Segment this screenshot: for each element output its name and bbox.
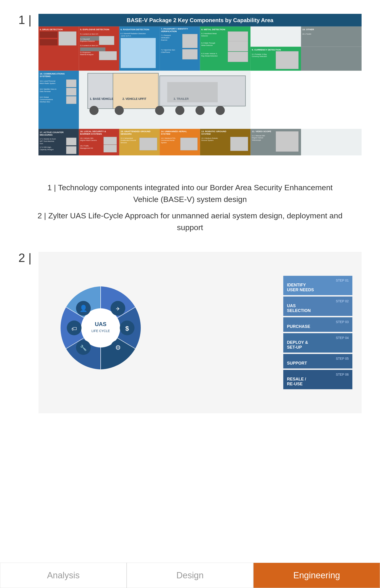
svg-text:15.1 Networked: 15.1 Networked: [120, 137, 133, 139]
step-4-label: DEPLOY &SET-UP: [287, 340, 349, 350]
step-4-num: STEP 04: [287, 336, 349, 340]
svg-text:🔧: 🔧: [80, 344, 87, 351]
step-5-num: STEP 05: [287, 357, 349, 360]
svg-rect-114: [180, 138, 198, 150]
svg-rect-45: [250, 26, 301, 47]
svg-text:18.1 Local Personal: 18.1 Local Personal: [40, 80, 55, 82]
svg-text:LIFE CYCLE: LIFE CYCLE: [92, 329, 110, 333]
tab-design[interactable]: Design: [127, 563, 253, 588]
svg-text:Data Terminal: Data Terminal: [40, 90, 50, 92]
svg-rect-126: [276, 131, 299, 152]
svg-text:19. OTHER: 19. OTHER: [302, 28, 314, 31]
svg-rect-68: [167, 82, 218, 102]
svg-text:6.1 Standoff Radiation Detecti: 6.1 Standoff Radiation Detection: [120, 33, 146, 35]
svg-text:Mesh Radio System: Mesh Radio System: [40, 82, 56, 84]
svg-rect-4: [40, 32, 57, 38]
svg-text:Metal Detector: Metal Detector: [201, 44, 213, 46]
uas-step-4: STEP 04 DEPLOY &SET-UP: [283, 333, 352, 353]
uas-step-5: STEP 05 SUPPORT: [283, 354, 352, 368]
svg-text:16.1 Vehicle 360-: 16.1 Vehicle 360-: [80, 137, 94, 139]
svg-text:15. UNATTENDED GROUND: 15. UNATTENDED GROUND: [120, 130, 150, 133]
caption-1: 1 | Technology components integrated int…: [37, 182, 343, 205]
svg-rect-127: [301, 129, 361, 155]
svg-text:16.2 Traffic: 16.2 Traffic: [80, 145, 89, 147]
svg-rect-81: [66, 96, 76, 104]
svg-text:7.1 Passport: 7.1 Passport: [161, 34, 171, 36]
svg-rect-54: [301, 47, 361, 71]
svg-rect-91: [66, 146, 76, 154]
svg-rect-107: [139, 138, 157, 150]
svg-text:5. EXPLOSIVE DETECTION: 5. EXPLOSIVE DETECTION: [80, 28, 109, 31]
svg-text:Explosive Detector: Explosive Detector: [80, 40, 95, 42]
svg-text:2 BioPhone: 2 BioPhone: [161, 51, 170, 53]
uas-diagram: UAS LIFE CYCLE 👤 ✈ $: [38, 252, 361, 413]
svg-text:UAS: UAS: [95, 321, 107, 327]
step-5-label: SUPPORT: [287, 361, 349, 366]
svg-rect-50: [276, 51, 299, 69]
step-2-label: UASSELECTION: [287, 303, 349, 313]
tab-design-label: Design: [176, 570, 204, 580]
tab-engineering[interactable]: Engineering: [253, 563, 380, 588]
svg-text:Verification: Verification: [161, 37, 170, 39]
step-1-label: IDENTIFYUSER NEEDS: [287, 283, 349, 292]
svg-text:17.1 Heckler & Koch: 17.1 Heckler & Koch: [40, 138, 56, 140]
caption-2: 2 | Zylter UAS Life-Cycle Approach for u…: [37, 210, 343, 233]
svg-rect-38: [228, 32, 248, 42]
uas-diagram-container: UAS LIFE CYCLE 👤 ✈ $: [38, 252, 361, 413]
uas-step-1: STEP 01 IDENTIFYUSER NEEDS: [283, 276, 352, 295]
svg-rect-88: [66, 138, 76, 145]
svg-text:SYSTEM: SYSTEM: [161, 133, 171, 135]
step-2-num: STEP 02: [287, 299, 349, 303]
svg-rect-120: [230, 137, 248, 151]
section-2: 2 |: [19, 252, 361, 413]
basev-diagram-svg: BASE-V Package 2 Key Components by Capab…: [38, 14, 361, 155]
svg-text:18.3 Global: 18.3 Global: [40, 96, 49, 98]
svg-rect-57: [113, 73, 158, 109]
uas-step-6: STEP 06 RESALE /RE-USE: [283, 370, 352, 389]
tab-engineering-label: Engineering: [293, 570, 340, 580]
svg-text:🏷: 🏷: [71, 326, 77, 332]
svg-text:BASE-V Package 2 Key Component: BASE-V Package 2 Key Components by Capab…: [127, 17, 273, 23]
tab-analysis-label: Analysis: [47, 570, 80, 580]
svg-rect-23: [120, 38, 156, 68]
svg-text:6. RADIATION DETECTION: 6. RADIATION DETECTION: [120, 28, 149, 31]
uas-circle-area: UAS LIFE CYCLE 👤 ✈ $: [48, 275, 158, 390]
svg-rect-5: [40, 39, 57, 45]
svg-text:MEASURES: MEASURES: [40, 133, 53, 136]
basev-diagram-container: BASE-V Package 2 Key Components by Capab…: [38, 14, 361, 156]
svg-text:Currency Detection: Currency Detection: [252, 55, 267, 57]
svg-text:Scanner: Scanner: [161, 39, 168, 41]
svg-text:Degree Swivel: Degree Swivel: [252, 137, 263, 139]
page-container: 1 | BASE-V Package 2 Key Components by C…: [0, 0, 380, 588]
step-6-label: RESALE /RE-USE: [287, 377, 349, 386]
svg-text:System: System: [161, 142, 167, 144]
svg-text:Unmanned Aerial: Unmanned Aerial: [161, 139, 174, 141]
svg-text:8.2 Walk-Through: 8.2 Walk-Through: [201, 42, 215, 44]
svg-text:13.1 Medium Robotic: 13.1 Medium Robotic: [201, 137, 218, 139]
svg-text:5.2 Standoff: 5.2 Standoff: [80, 38, 90, 40]
svg-text:14.1 MediumVTOL: 14.1 MediumVTOL: [161, 137, 176, 139]
captions-area: 1 | Technology components integrated int…: [37, 182, 343, 238]
step-6-num: STEP 06: [287, 373, 349, 376]
svg-text:SYSTEMS: SYSTEMS: [40, 75, 51, 78]
svg-text:Videoscope: Videoscope: [252, 139, 261, 141]
svg-point-65: [175, 106, 184, 115]
svg-rect-77: [66, 88, 76, 95]
svg-text:degree Mast Camera: degree Mast Camera: [80, 139, 97, 141]
svg-text:9.1 Portable X-Ray: 9.1 Portable X-Ray: [252, 53, 267, 55]
svg-text:5.3 content on Item 8.4: 5.3 content on Item 8.4: [80, 44, 98, 47]
svg-point-62: [89, 106, 98, 115]
svg-rect-100: [104, 145, 117, 152]
svg-rect-24: [160, 26, 200, 71]
tab-analysis[interactable]: Analysis: [0, 563, 127, 588]
section-2-number: 2 |: [19, 252, 32, 264]
svg-text:2. VEHICLE UPFIT: 2. VEHICLE UPFIT: [123, 97, 147, 101]
svg-rect-15: [80, 47, 105, 51]
svg-text:Ground System: Ground System: [201, 139, 213, 141]
svg-point-63: [115, 106, 124, 115]
svg-text:18. COMMUNICATIONS: 18. COMMUNICATIONS: [40, 72, 65, 75]
svg-text:Capacity Shotgun: Capacity Shotgun: [40, 148, 54, 150]
uas-lifecycle-svg: UAS LIFE CYCLE 👤 ✈ $: [48, 275, 154, 381]
svg-text:8.3 Under Vehicle X-: 8.3 Under Vehicle X-: [201, 53, 218, 55]
svg-text:11. VIDEO SCOPE: 11. VIDEO SCOPE: [252, 130, 271, 133]
